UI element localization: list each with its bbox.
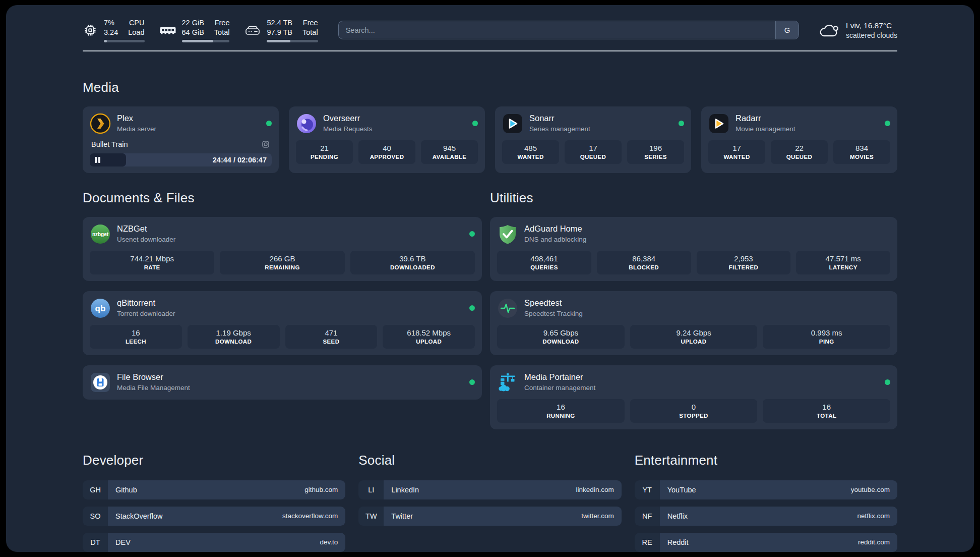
- link-url: youtube.com: [851, 486, 890, 493]
- link-stackoverflow[interactable]: SO StackOverflow stackoverflow.com: [83, 507, 345, 526]
- playback-time: 24:44 / 02:06:47: [213, 156, 272, 164]
- media-settings-icon[interactable]: [261, 140, 270, 149]
- stat-value: 17: [567, 144, 620, 152]
- stat-label: MOVIES: [835, 154, 888, 160]
- search-bar: G: [338, 21, 799, 39]
- stat-value: 40: [360, 144, 413, 152]
- link-abbr: LI: [358, 480, 384, 499]
- stat-label: WANTED: [504, 154, 557, 160]
- section-title-social: Social: [358, 453, 621, 468]
- stat-label: SEED: [287, 339, 376, 345]
- app-subtitle: Usenet downloader: [117, 236, 175, 244]
- stat-value: 16: [499, 403, 623, 411]
- stat-box: 17 QUEUED: [565, 140, 622, 164]
- sonarr-card[interactable]: Sonarr Series management 485 WANTED 17 Q…: [495, 106, 691, 173]
- link-linkedin[interactable]: LI LinkedIn linkedin.com: [358, 480, 621, 499]
- app-name: Overseerr: [323, 114, 373, 124]
- cpu-stats-widget: 7% 3.24 CPU Load: [83, 18, 145, 42]
- weather-widget: Lviv, 16.87°C scattered clouds: [818, 21, 897, 39]
- nzbget-card[interactable]: nzbget NZBGet Usenet downloader 744.21 M…: [83, 217, 482, 281]
- stat-value: 618.52 Mbps: [385, 328, 473, 337]
- stat-label: RUNNING: [499, 413, 623, 419]
- link-abbr: GH: [83, 480, 108, 499]
- link-name: DEV: [115, 538, 131, 546]
- section-title-entertainment: Entertainment: [635, 453, 897, 468]
- stat-label: REMAINING: [222, 264, 342, 270]
- link-reddit[interactable]: RE Reddit reddit.com: [635, 533, 897, 552]
- svg-text:qb: qb: [95, 304, 106, 313]
- filebrowser-card[interactable]: File Browser Media File Management: [83, 365, 482, 400]
- stat-box: 834 MOVIES: [833, 140, 890, 164]
- adguard-card[interactable]: AdGuard Home DNS and adblocking 498,461 …: [490, 217, 897, 281]
- filebrowser-icon: [90, 372, 111, 393]
- stat-value: 0: [632, 403, 756, 411]
- radarr-card[interactable]: Radarr Movie management 17 WANTED 22 QUE…: [701, 106, 897, 173]
- link-abbr: SO: [83, 507, 108, 526]
- stat-box: 0.993 ms PING: [763, 325, 890, 349]
- stat-box: 16 RUNNING: [497, 399, 625, 423]
- memory-progress-fill: [182, 40, 214, 42]
- storage-icon: [244, 24, 261, 37]
- section-title-media: Media: [83, 80, 897, 95]
- plex-card[interactable]: Plex Media server Bullet Train: [83, 106, 279, 173]
- stat-value: 196: [629, 144, 682, 152]
- portainer-card[interactable]: Media Portainer Container management 16 …: [490, 365, 897, 429]
- stat-value: 16: [92, 328, 180, 337]
- header-divider: [83, 50, 897, 51]
- stat-label: APPROVED: [360, 154, 413, 160]
- link-name: Reddit: [667, 538, 689, 546]
- stat-label: UPLOAD: [385, 339, 473, 345]
- stat-label: STOPPED: [632, 413, 756, 419]
- stat-value: 834: [835, 144, 888, 152]
- weather-location-temp: Lviv, 16.87°C: [846, 21, 897, 30]
- stat-value: 9.65 Gbps: [499, 328, 623, 337]
- status-online-dot: [679, 121, 684, 126]
- stat-label: FILTERED: [699, 264, 789, 270]
- stat-box: 945 AVAILABLE: [421, 140, 478, 164]
- app-subtitle: Media Requests: [323, 125, 373, 133]
- link-twitter[interactable]: TW Twitter twitter.com: [358, 507, 621, 526]
- search-engine-button[interactable]: G: [775, 21, 799, 39]
- pause-icon[interactable]: [95, 157, 100, 163]
- stat-value: 21: [298, 144, 351, 152]
- stat-value: 86,384: [599, 254, 689, 263]
- stat-label: DOWNLOAD: [190, 339, 278, 345]
- link-abbr: RE: [635, 533, 660, 552]
- link-url: netflix.com: [857, 512, 890, 520]
- status-online-dot: [885, 121, 890, 126]
- status-online-dot: [266, 121, 272, 126]
- app-name: Plex: [117, 114, 156, 124]
- link-youtube[interactable]: YT YouTube youtube.com: [635, 480, 897, 499]
- plex-icon: [90, 113, 111, 134]
- developer-links-section: Developer GH Github github.com SO StackO…: [83, 453, 345, 552]
- status-online-dot: [469, 305, 475, 311]
- speedtest-card[interactable]: Speedtest Speedtest Tracking 9.65 Gbps D…: [490, 291, 897, 355]
- svg-text:nzbget: nzbget: [92, 231, 109, 237]
- storage-total-value: 97.9 TB: [267, 28, 292, 37]
- search-input[interactable]: [338, 21, 799, 39]
- qbittorrent-card[interactable]: qb qBittorrent Torrent downloader 16 LEE…: [83, 291, 482, 355]
- link-dev[interactable]: DT DEV dev.to: [83, 533, 345, 552]
- stat-box: 39.6 TB DOWNLOADED: [350, 251, 475, 274]
- overseerr-card[interactable]: Overseerr Media Requests 21 PENDING 40 A…: [289, 106, 485, 173]
- now-playing-title: Bullet Train: [91, 140, 128, 148]
- stat-value: 266 GB: [222, 254, 342, 263]
- stat-box: 16 LEECH: [90, 325, 182, 349]
- link-url: reddit.com: [858, 538, 890, 546]
- stat-value: 485: [504, 144, 557, 152]
- stat-box: 0 STOPPED: [630, 399, 758, 423]
- memory-free-value: 22 GiB: [182, 18, 204, 28]
- app-name: AdGuard Home: [524, 224, 586, 234]
- app-subtitle: Series management: [529, 125, 590, 133]
- stat-value: 17: [710, 144, 763, 152]
- storage-free-value: 52.4 TB: [267, 18, 292, 28]
- stat-value: 0.993 ms: [765, 328, 888, 337]
- stat-box: 498,461 QUERIES: [497, 251, 591, 274]
- link-netflix[interactable]: NF Netflix netflix.com: [635, 507, 897, 526]
- status-online-dot: [469, 379, 475, 385]
- link-github[interactable]: GH Github github.com: [83, 480, 345, 499]
- link-abbr: NF: [635, 507, 660, 526]
- playback-progress-bar[interactable]: 24:44 / 02:06:47: [90, 153, 272, 166]
- stat-box: 618.52 Mbps UPLOAD: [383, 325, 475, 349]
- stat-label: WANTED: [710, 154, 763, 160]
